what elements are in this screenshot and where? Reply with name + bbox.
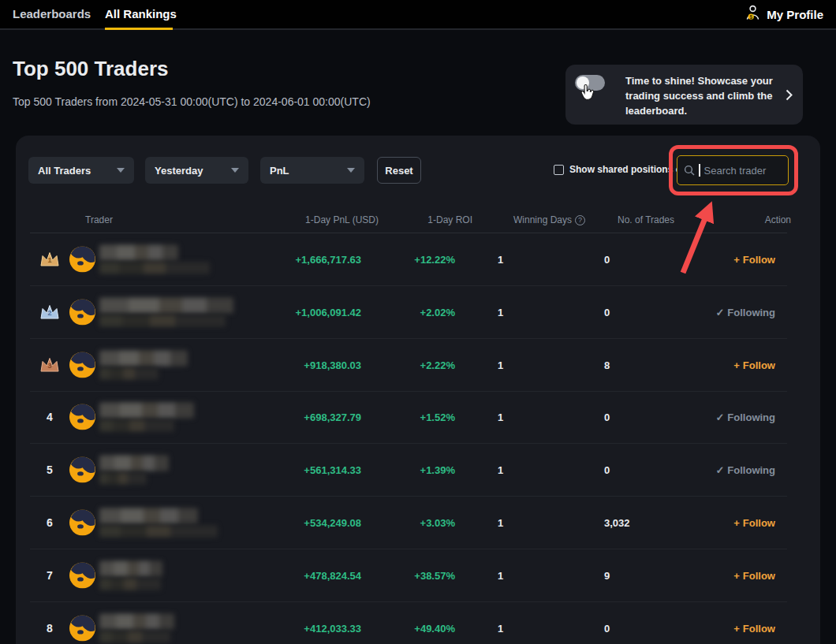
search-placeholder: Search trader [704, 165, 767, 177]
text-cursor [699, 164, 700, 177]
page-title: Top 500 Traders [13, 57, 169, 81]
roi-value: +12.22% [377, 254, 455, 266]
time-range-dropdown[interactable]: Yesterday [145, 157, 248, 184]
rank-badge: 4 4 [33, 410, 66, 424]
svg-text:$: $ [750, 14, 753, 20]
trades-value: 0 [604, 254, 610, 266]
promo-banner[interactable]: Time to shine! Showcase your trading suc… [565, 65, 803, 125]
avatar[interactable] [69, 352, 95, 378]
winning-days-value: 1 [498, 517, 503, 529]
following-button[interactable]: ✓Following [715, 464, 775, 476]
pnl-value: +1,666,717.63 [213, 254, 361, 266]
rank-badge: 2 2 [33, 303, 66, 321]
tab-all-rankings[interactable]: All Rankings [105, 0, 177, 28]
col-action: Action [712, 214, 791, 225]
action-icon: + [733, 254, 740, 266]
table-row: 6 6 +534,249.08 +3.03% 1 3,032 [30, 497, 787, 549]
trader-name-blurred [99, 508, 218, 538]
my-profile-button[interactable]: $ My Profile [745, 0, 823, 28]
follow-button[interactable]: +Follow [733, 517, 775, 529]
follow-button[interactable]: +Follow [733, 622, 775, 634]
table-row: 4 4 +698,327.79 +1.52% 1 0 [30, 391, 787, 444]
table-row: 5 5 +561,314.33 +1.39% 1 0 [30, 444, 787, 497]
sort-metric-dropdown[interactable]: PnL [260, 157, 364, 184]
crown-icon: 3 [39, 356, 61, 374]
col-winning-days: Winning Days ? [513, 214, 585, 225]
trader-name-blurred [99, 456, 169, 485]
table-row: 8 8 +412,033.33 +49.40% 1 0 [30, 602, 787, 644]
trader-name-blurred [99, 613, 174, 642]
rank-badge: 5 5 [33, 463, 66, 477]
trades-value: 3,032 [604, 517, 630, 529]
shared-positions-checkbox[interactable] [554, 165, 564, 175]
crown-icon: 1 [39, 251, 61, 268]
avatar[interactable] [69, 562, 95, 588]
table-row: 7 7 +478,824.54 +38.57% 1 9 [30, 549, 787, 602]
trader-name-blurred [99, 403, 194, 432]
avatar[interactable] [69, 299, 95, 325]
chevron-down-icon [117, 168, 125, 173]
following-button[interactable]: ✓Following [715, 306, 775, 318]
search-trader-input[interactable]: Search trader [677, 155, 789, 185]
trades-value: 9 [604, 569, 610, 581]
rank-badge: 8 8 [33, 621, 66, 635]
rank-badge: 1 1 [33, 251, 66, 268]
action-icon: + [733, 622, 740, 634]
winning-days-value: 1 [498, 622, 503, 634]
trades-value: 0 [604, 306, 610, 318]
winning-days-value: 1 [498, 306, 503, 318]
reset-button[interactable]: Reset [377, 157, 421, 184]
avatar[interactable] [69, 457, 95, 483]
trades-value: 0 [604, 411, 610, 423]
col-pnl: 1-Day PnL (USD) [244, 214, 379, 225]
trades-value: 0 [604, 464, 610, 476]
trader-name-blurred [99, 350, 188, 379]
action-icon: + [733, 359, 740, 370]
trades-value: 0 [604, 622, 610, 634]
following-button[interactable]: ✓Following [715, 411, 775, 423]
avatar[interactable] [69, 510, 95, 536]
avatar[interactable] [69, 247, 95, 273]
winning-days-value: 1 [498, 411, 503, 423]
col-trades: No. of Trades [618, 214, 674, 225]
pnl-value: +561,314.33 [213, 464, 361, 476]
leaderboard-screen: Leaderboards All Rankings $ My Profile T… [0, 0, 836, 644]
table-row: 3 3 +918,380.03 +2.22% 1 8 [30, 339, 787, 392]
follow-button[interactable]: +Follow [733, 254, 775, 266]
trader-name-blurred [99, 245, 210, 274]
rank-badge: 3 3 [33, 356, 66, 374]
pnl-value: +698,327.79 [213, 411, 361, 423]
roi-value: +3.03% [377, 517, 455, 529]
winning-days-value: 1 [498, 254, 503, 266]
table-row: 1 1 +1,666,717.63 +12.22% 1 0 [30, 233, 787, 286]
action-icon: ✓ [715, 411, 724, 423]
action-icon: + [733, 517, 740, 529]
rankings-card: All Traders Yesterday PnL Reset Show sha… [16, 136, 820, 644]
roi-value: +1.52% [377, 411, 455, 423]
avatar[interactable] [69, 615, 95, 641]
crown-icon: 2 [39, 303, 61, 321]
banner-text: Time to shine! Showcase your trading suc… [625, 73, 782, 118]
follow-button[interactable]: +Follow [733, 359, 775, 370]
follow-button[interactable]: +Follow [733, 569, 775, 581]
rank-badge: 7 7 [33, 568, 66, 583]
hand-cursor-icon [577, 83, 596, 103]
pnl-value: +478,824.54 [213, 569, 361, 581]
tab-leaderboards[interactable]: Leaderboards [13, 0, 91, 28]
info-icon[interactable]: ? [575, 215, 585, 225]
page-subtitle: Top 500 Traders from 2024-05-31 00:00(UT… [13, 95, 371, 108]
avatar[interactable] [69, 404, 95, 430]
action-icon: ✓ [715, 464, 724, 476]
trader-type-dropdown[interactable]: All Traders [28, 157, 134, 184]
pnl-value: +918,380.03 [213, 359, 361, 370]
chevron-right-icon[interactable] [786, 89, 793, 101]
action-icon: + [733, 569, 740, 581]
pnl-value: +1,006,091.42 [213, 306, 361, 318]
trader-name-blurred [99, 560, 162, 590]
profile-label: My Profile [767, 8, 823, 21]
col-roi: 1-Day ROI [394, 214, 472, 225]
profile-coin-icon: $ [745, 4, 761, 24]
winning-days-value: 1 [498, 359, 503, 370]
pnl-value: +534,249.08 [213, 517, 361, 529]
top-nav: Leaderboards All Rankings $ My Profile [0, 0, 836, 30]
